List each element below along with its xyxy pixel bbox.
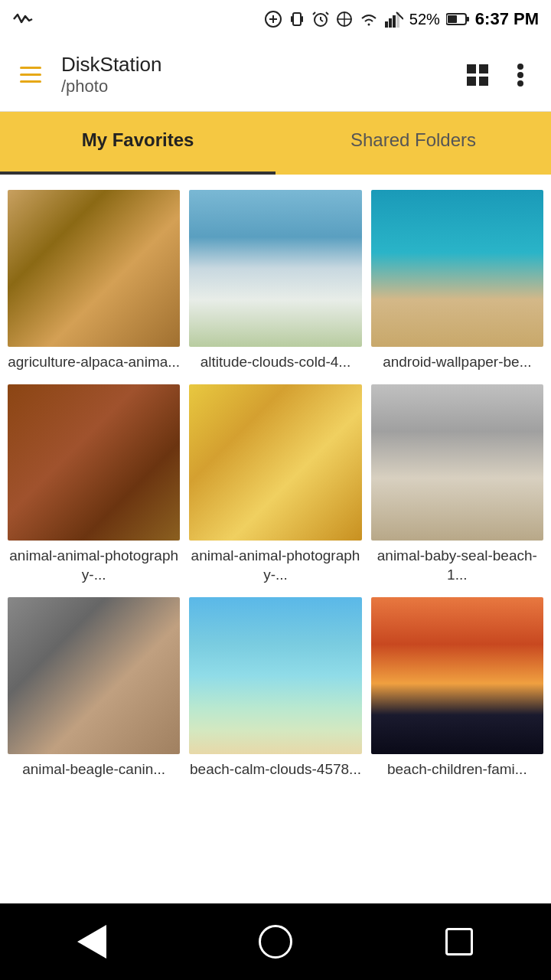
app-bar: DiskStation /photo — [0, 38, 551, 112]
vibrate-icon — [289, 11, 305, 28]
battery-percentage: 52% — [409, 11, 440, 28]
app-title-block: DiskStation /photo — [49, 53, 459, 96]
svg-rect-21 — [466, 17, 469, 21]
photo-thumb-8 — [189, 597, 361, 754]
svg-rect-24 — [467, 77, 476, 86]
nav-home-button[interactable] — [253, 919, 298, 965]
svg-rect-16 — [393, 15, 396, 28]
photo-label-9: beach-children-fami... — [387, 760, 527, 779]
photo-thumb-1 — [8, 190, 180, 347]
photo-label-5: animal-animal-photography-... — [189, 547, 361, 584]
svg-rect-15 — [389, 18, 392, 28]
photo-item-2[interactable]: altitude-clouds-cold-4... — [189, 190, 361, 372]
wifi-icon — [359, 11, 379, 28]
more-icon — [516, 62, 525, 88]
photo-label-6: animal-baby-seal-beach-1... — [371, 547, 543, 584]
svg-rect-22 — [467, 64, 476, 74]
more-options-button[interactable] — [502, 57, 539, 93]
svg-point-26 — [517, 64, 523, 70]
photo-label-8: beach-calm-clouds-4578... — [190, 760, 361, 779]
svg-line-9 — [313, 12, 315, 15]
recents-icon — [445, 928, 473, 956]
tab-shared-folders[interactable]: Shared Folders — [276, 112, 551, 175]
photo-thumb-7 — [8, 597, 180, 754]
status-right-icons: 52% 6:37 PM — [264, 9, 539, 29]
photo-thumb-2 — [189, 190, 361, 347]
photo-item-7[interactable]: animal-beagle-canin... — [8, 597, 180, 779]
photo-item-4[interactable]: animal-animal-photography-... — [8, 384, 180, 585]
svg-rect-14 — [385, 21, 388, 28]
app-bar-actions — [459, 57, 539, 93]
status-bar: 52% 6:37 PM — [0, 0, 551, 38]
photo-label-7: animal-beagle-canin... — [22, 760, 165, 779]
svg-point-27 — [517, 72, 523, 78]
activity-icon — [12, 8, 34, 30]
photo-label-1: agriculture-alpaca-anima... — [8, 353, 180, 372]
alarm-icon — [311, 10, 330, 28]
photo-thumb-9 — [371, 597, 543, 754]
nav-recents-button[interactable] — [436, 919, 482, 965]
photo-thumb-3 — [371, 190, 543, 347]
photo-item-8[interactable]: beach-calm-clouds-4578... — [189, 597, 361, 779]
tab-bar: My Favorites Shared Folders — [0, 112, 551, 175]
photo-label-4: animal-animal-photography-... — [8, 547, 180, 584]
battery-icon — [446, 12, 469, 26]
svg-rect-4 — [291, 16, 292, 22]
photo-label-3: android-wallpaper-be... — [383, 353, 531, 372]
svg-point-28 — [517, 80, 523, 87]
svg-line-8 — [321, 20, 323, 21]
photo-thumb-5 — [189, 384, 361, 541]
photo-grid: agriculture-alpaca-anima... altitude-clo… — [0, 175, 551, 794]
grid-icon — [465, 63, 490, 87]
nav-back-button[interactable] — [69, 919, 115, 965]
bottom-nav — [0, 903, 551, 980]
svg-rect-23 — [479, 64, 488, 74]
app-title: DiskStation — [61, 53, 459, 77]
svg-rect-3 — [293, 13, 301, 25]
back-icon — [77, 925, 106, 959]
status-left-icons — [12, 8, 34, 30]
photo-thumb-4 — [8, 384, 180, 541]
photo-item-6[interactable]: animal-baby-seal-beach-1... — [371, 384, 543, 585]
signal-icon — [385, 11, 403, 28]
photo-item-9[interactable]: beach-children-fami... — [371, 597, 543, 779]
photo-item-1[interactable]: agriculture-alpaca-anima... — [8, 190, 180, 372]
hamburger-icon — [20, 67, 41, 83]
data-saver-icon — [336, 11, 353, 28]
photo-label-2: altitude-clouds-cold-4... — [201, 353, 350, 372]
svg-line-10 — [326, 12, 328, 15]
photo-item-5[interactable]: animal-animal-photography-... — [189, 384, 361, 585]
app-subtitle: /photo — [61, 77, 459, 96]
svg-rect-25 — [479, 77, 488, 86]
grid-view-button[interactable] — [459, 57, 496, 93]
hamburger-button[interactable] — [12, 57, 49, 93]
photo-item-3[interactable]: android-wallpaper-be... — [371, 190, 543, 372]
svg-rect-5 — [302, 16, 303, 22]
add-circle-icon — [264, 10, 282, 28]
svg-rect-20 — [448, 15, 457, 23]
tab-my-favorites[interactable]: My Favorites — [0, 112, 276, 175]
status-time: 6:37 PM — [475, 9, 539, 29]
home-icon — [259, 925, 292, 959]
photo-thumb-6 — [371, 384, 543, 541]
